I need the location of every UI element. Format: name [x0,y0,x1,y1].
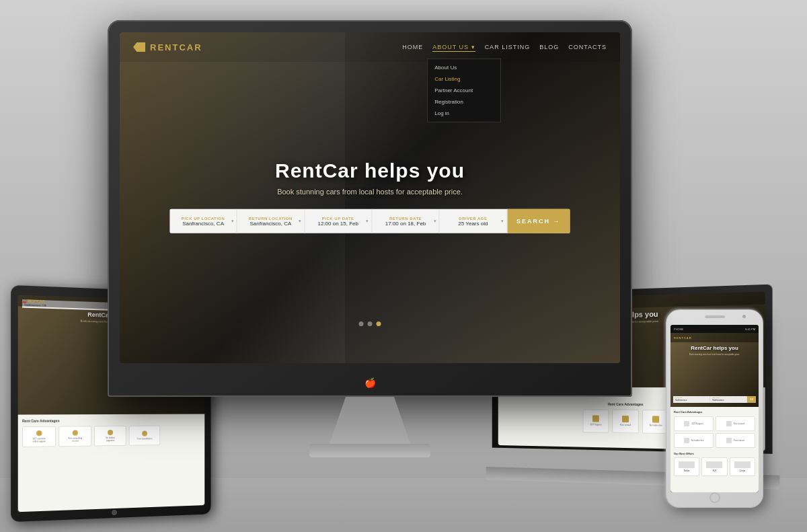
desktop-website: RENTCAR HOME ABOUT US ▾ About Us Car Lis… [120,32,620,363]
nav-car-listing[interactable]: CAR LISTING [485,44,531,50]
tablet-feature-label-4: Free cancellation [137,437,152,440]
phone-card-row-2: No hidden fee Free cancel [674,433,755,448]
secondary-adv-icon-2 [622,416,629,422]
phone: PHONE 9:41 PM RENTCAR RentCar helps you … [666,309,763,508]
phone-advantage-cards: 24/7 Support Free consult No [674,416,755,448]
secondary-adv-icon-3 [652,416,659,423]
return-date-arrow: ▾ [434,219,436,224]
monitor-frame: RENTCAR HOME ABOUT US ▾ About Us Car Lis… [108,20,632,397]
search-pickup-location[interactable]: PICK UP LOCATION Sanfrancisco, CA ▾ [169,209,237,233]
search-return-date[interactable]: RETURN DATE 17:00 on 18, Feb ▾ [372,209,439,233]
tablet-section-title: Rent Cars Advantages [22,418,201,423]
hero-content: RentCar helps you Book stunning cars fro… [169,159,570,233]
phone-car-img-1 [679,461,695,468]
phone-car-2: SUV [701,457,727,476]
logo-text: RENTCAR [150,42,202,52]
tablet-feature-1: 24/7 customer online support [22,426,56,447]
nav-contacts[interactable]: CONTACTS [568,44,607,50]
phone-navbar: RENTCAR [670,333,759,342]
nav-blog[interactable]: BLOG [539,44,559,50]
nav-home[interactable]: HOME [402,44,423,50]
tablet-home-button[interactable] [112,510,117,515]
phone-logo: RENTCAR [674,336,692,340]
dropdown-car-listing[interactable]: Car Listing [428,73,500,85]
nav-about[interactable]: ABOUT US ▾ [432,44,475,52]
phone-card-icon-1 [684,421,689,426]
tablet-feature-label-3b: payment [106,439,114,442]
hero-title: RentCar helps you [169,159,570,182]
dropdown-login[interactable]: Log in [428,108,500,119]
phone-advantages-title: Rent Cars Advantages [674,410,755,414]
search-pickup-date[interactable]: PICK UP DATE 12:00 on 15, Feb ▾ [305,209,372,233]
dot-2[interactable] [368,321,373,326]
phone-card-2: Free consult [716,416,755,431]
phone-car-1: Sedan [674,457,699,476]
secondary-laptop-advantages: 24/7 Support Free consult No hidden fee [583,409,670,434]
monitor-base [309,444,430,457]
search-button[interactable]: SEARCH → [507,209,570,233]
logo-icon [133,42,145,52]
phone-card-1: 24/7 Support [674,416,714,431]
search-driver-age[interactable]: DRIVER AGE 25 Years old ▾ [440,209,507,233]
dot-3[interactable] [377,321,381,326]
dropdown-about[interactable]: About Us [428,62,500,73]
driver-age-arrow: ▾ [501,219,504,224]
phone-camera [742,315,746,318]
phone-card-label-2: Free consult [734,422,745,425]
phone-search-bar: PICK UP Sanfrancisco RETURN Sanfrancisco… [673,396,756,403]
tablet-feature-2: Free consulting on rent [59,426,91,447]
dropdown-registration[interactable]: Registration [428,96,500,108]
apple-logo: 🍎 [364,377,376,389]
secondary-adv-label-3: No hidden fee [650,424,662,427]
pickup-location-value: Sanfrancisco, CA [175,220,231,226]
phone-pickup-val: Sanfrancisco [675,399,707,402]
driver-age-value: 25 Years old [445,220,501,226]
pickup-date-value: 12:00 on 15, Feb [310,220,366,226]
tablet-feature-icon-1 [36,430,42,436]
search-bar: PICK UP LOCATION Sanfrancisco, CA ▾ RETU… [169,209,570,233]
monitor-screen: RENTCAR HOME ABOUT US ▾ About Us Car Lis… [120,32,620,363]
search-return-location[interactable]: RETURN LOCATION Sanfrancisco, CA ▾ [237,209,305,233]
phone-card-label-4: Free cancel [734,439,744,442]
nav-links: HOME ABOUT US ▾ About Us Car Listing Par… [402,44,607,50]
navbar: RENTCAR HOME ABOUT US ▾ About Us Car Lis… [120,32,620,62]
hero-section: RENTCAR HOME ABOUT US ▾ About Us Car Lis… [120,32,620,363]
phone-car-3: Coupe [730,457,755,476]
phone-lower: Rent Cars Advantages 24/7 Support Free c… [670,407,759,492]
phone-search-btn[interactable]: GO [747,396,756,403]
phone-car-row: Sedan SUV Coupe [674,457,755,476]
phone-pickup-field[interactable]: PICK UP Sanfrancisco [673,396,710,403]
tablet-feature-3: No hidden payment [94,425,126,446]
tablet-feature-label-2b: on rent [72,439,79,442]
phone-return-field[interactable]: RETURN Sanfrancisco [710,396,747,403]
phone-card-label-3: No hidden fee [691,439,704,442]
phone-car-name-2: SUV [712,469,716,472]
return-location-value: Sanfrancisco, CA [243,220,299,226]
phone-card-icon-4 [726,438,732,443]
secondary-adv-icon-1 [592,416,599,422]
phone-hero: RENTCAR RentCar helps you Book stunning … [670,333,759,407]
nav-dropdown: About Us Car Listing Partner Account Reg… [427,59,501,122]
phone-website: PHONE 9:41 PM RENTCAR RentCar helps you … [670,325,759,492]
phone-card-icon-3 [684,438,689,443]
phone-car-img-2 [706,461,722,468]
phone-car-title: Our Best Offers [674,452,755,455]
tablet-feature-label-1b: online support [32,440,46,443]
secondary-laptop-section-title: Rent Cars Advantages [608,402,644,406]
pickup-date-arrow: ▾ [366,219,369,224]
phone-car-name-3: Coupe [739,469,745,472]
tablet-feature-icon-4 [142,430,147,436]
phone-card-row-1: 24/7 Support Free consult [674,416,755,431]
desktop-monitor: RENTCAR HOME ABOUT US ▾ About Us Car Lis… [108,20,632,397]
tablet-feature-4: Free cancellation [129,425,161,445]
dropdown-partner[interactable]: Partner Account [428,85,500,96]
phone-card-3: No hidden fee [674,433,714,448]
phone-card-icon-2 [726,421,732,426]
phone-time: 9:41 PM [745,328,755,331]
phone-home-button[interactable] [709,492,720,503]
phone-screen: PHONE 9:41 PM RENTCAR RentCar helps you … [670,325,759,492]
phone-hero-title: RentCar helps you [670,345,759,351]
tablet-features: 24/7 customer online support Free consul… [22,425,201,447]
dot-1[interactable] [359,321,364,326]
phone-car-name-1: Sedan [684,469,690,472]
